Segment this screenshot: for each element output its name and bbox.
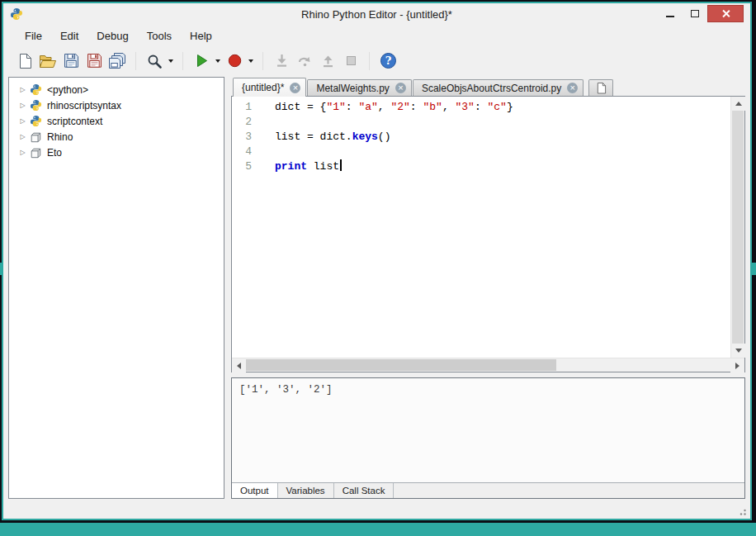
python-icon — [30, 99, 45, 111]
expand-arrow-icon[interactable] — [17, 86, 28, 93]
editor-block: {untitled}*MetalWeights.pyScaleObjsAbout… — [231, 77, 745, 372]
step-over-button — [293, 50, 316, 73]
new-file-button[interactable] — [13, 50, 36, 73]
scroll-up-button[interactable] — [731, 97, 745, 111]
tab-close-icon[interactable] — [395, 83, 406, 93]
python-icon — [30, 115, 45, 127]
expand-arrow-icon[interactable] — [17, 117, 28, 125]
code-text — [258, 115, 275, 130]
debug-run-icon — [227, 53, 243, 69]
save-file-icon — [63, 52, 80, 69]
expand-arrow-icon[interactable] — [17, 149, 28, 156]
editor-vertical-scrollbar[interactable] — [730, 97, 744, 358]
debug-run-button[interactable] — [223, 50, 246, 73]
toolbar-separator — [262, 52, 263, 70]
rhino-python-editor-window: Rhino Python Editor - {untitled}* FileEd… — [2, 2, 752, 520]
save-file-as-icon — [86, 52, 103, 69]
save-all-icon — [108, 52, 126, 69]
menu-file[interactable]: File — [16, 26, 51, 45]
help-button[interactable]: ? — [376, 50, 399, 73]
maximize-button[interactable] — [683, 5, 707, 22]
python-app-icon[interactable] — [10, 7, 23, 21]
toolbar-separator — [135, 52, 136, 70]
search-button[interactable] — [143, 50, 166, 73]
save-file-as-button[interactable] — [83, 50, 106, 73]
tree-item-rhino[interactable]: Rhino — [9, 129, 224, 145]
main-content: <python>rhinoscriptsyntaxscriptcontextRh… — [3, 74, 750, 504]
menu-help[interactable]: Help — [181, 26, 221, 45]
toolbar-separator — [182, 52, 183, 70]
window-controls — [658, 5, 744, 22]
tree-item-python[interactable]: <python> — [9, 82, 224, 97]
code-line: 5print list — [232, 159, 730, 174]
code-editor-main: 1dict = {"1": "a", "2": "b", "3": "c"}23… — [232, 97, 744, 358]
run-script-icon — [194, 53, 210, 69]
save-all-button[interactable] — [106, 50, 129, 73]
output-tab-strip: OutputVariablesCall Stack — [232, 482, 744, 498]
tree-item-label: <python> — [47, 84, 88, 96]
tab-label: ScaleObjsAboutCtrsCentroid.py — [422, 83, 561, 94]
open-file-button[interactable] — [36, 50, 59, 73]
horizontal-scroll-thumb[interactable] — [246, 359, 556, 371]
tree-item-rhinoscriptsyntax[interactable]: rhinoscriptsyntax — [9, 97, 224, 113]
desktop-background: Rhino Python Editor - {untitled}* FileEd… — [0, 0, 756, 536]
tab-label: {untitled}* — [242, 82, 284, 93]
output-text: ['1', '3', '2'] — [232, 378, 744, 482]
close-button[interactable] — [707, 5, 744, 22]
menu-bar: FileEditDebugToolsHelp — [3, 25, 750, 47]
toolbar-group — [143, 50, 176, 73]
output-tab-call-stack[interactable]: Call Stack — [334, 483, 395, 498]
vertical-scroll-thumb[interactable] — [732, 111, 744, 344]
step-over-icon — [297, 53, 313, 69]
menu-debug[interactable]: Debug — [87, 26, 137, 45]
line-number: 2 — [232, 115, 258, 130]
expand-arrow-icon[interactable] — [17, 102, 28, 109]
expand-arrow-icon[interactable] — [17, 133, 28, 140]
search-icon — [146, 53, 163, 69]
scroll-left-button[interactable] — [232, 358, 246, 372]
module-icon — [30, 147, 45, 159]
toolbar-separator — [369, 52, 370, 70]
toolbar: ? — [3, 47, 750, 74]
run-script-dropdown-arrow-icon[interactable] — [213, 50, 223, 73]
tab-metalweights-py[interactable]: MetalWeights.py — [307, 79, 411, 96]
minimize-button[interactable] — [658, 5, 683, 22]
horizontal-scroll-track[interactable] — [246, 358, 730, 372]
tab-close-icon[interactable] — [290, 83, 300, 93]
code-text: list = dict.keys() — [258, 130, 390, 145]
svg-text:?: ? — [385, 55, 391, 67]
tree-item-scriptcontext[interactable]: scriptcontext — [9, 113, 224, 129]
menu-tools[interactable]: Tools — [138, 26, 181, 45]
tree-item-eto[interactable]: Eto — [9, 145, 224, 160]
scroll-right-button[interactable] — [730, 358, 744, 372]
title-bar[interactable]: Rhino Python Editor - {untitled}* — [3, 3, 750, 25]
editor-column: {untitled}*MetalWeights.pyScaleObjsAbout… — [231, 77, 745, 499]
tab-scaleobjsaboutctrscentroid-py[interactable]: ScaleObjsAboutCtrsCentroid.py — [413, 79, 584, 96]
new-file-icon — [17, 53, 32, 69]
menu-edit[interactable]: Edit — [51, 26, 87, 45]
vertical-scroll-track[interactable] — [731, 111, 744, 344]
scroll-down-button[interactable] — [731, 344, 745, 358]
text-caret — [340, 159, 342, 171]
output-tab-output[interactable]: Output — [232, 483, 278, 498]
debug-run-dropdown-arrow-icon[interactable] — [246, 50, 256, 73]
line-number: 5 — [232, 159, 258, 174]
editor-horizontal-scrollbar[interactable] — [232, 358, 744, 372]
status-bar — [3, 504, 750, 519]
maximize-icon — [691, 10, 699, 17]
step-into-icon — [274, 53, 290, 69]
save-file-button[interactable] — [59, 50, 83, 73]
resize-grip[interactable] — [737, 506, 747, 516]
code-lines[interactable]: 1dict = {"1": "a", "2": "b", "3": "c"}23… — [232, 97, 730, 358]
run-script-button[interactable] — [190, 50, 213, 73]
code-text — [258, 145, 275, 159]
search-dropdown-arrow-icon[interactable] — [166, 50, 176, 73]
help-icon: ? — [380, 52, 397, 69]
toolbar-group — [190, 50, 256, 73]
new-tab-button[interactable] — [588, 79, 613, 96]
tab-untitled[interactable]: {untitled}* — [233, 78, 306, 97]
code-line: 1dict = {"1": "a", "2": "b", "3": "c"} — [232, 100, 730, 115]
tab-close-icon[interactable] — [567, 83, 578, 93]
output-tab-variables[interactable]: Variables — [278, 483, 334, 498]
toolbar-group — [270, 50, 362, 73]
